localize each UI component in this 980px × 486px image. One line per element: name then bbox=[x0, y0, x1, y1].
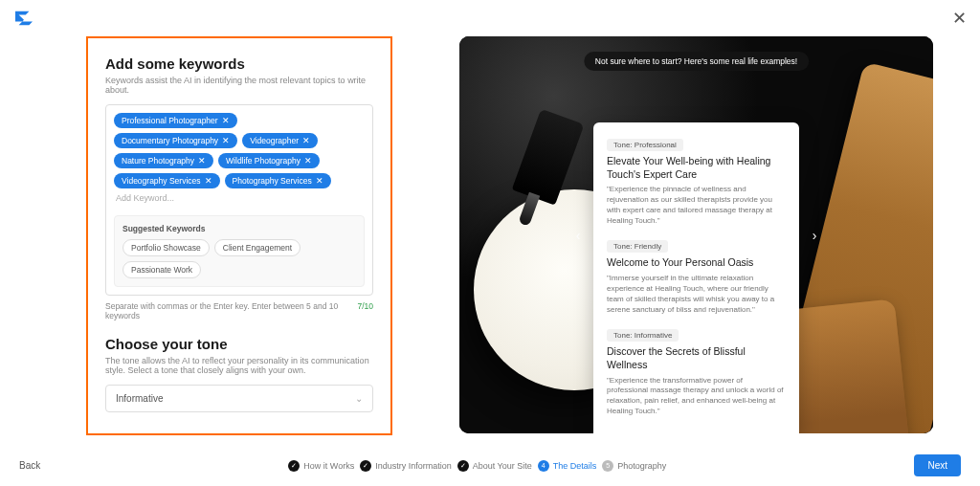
keyword-chip[interactable]: Nature Photography✕ bbox=[114, 153, 213, 168]
carousel-next-button[interactable]: › bbox=[803, 224, 826, 247]
step-industry-information[interactable]: ✓Industry Information bbox=[360, 460, 452, 472]
keywords-subtext: Keywords assist the AI in identifying th… bbox=[105, 76, 373, 95]
tone-value: Informative bbox=[116, 393, 163, 404]
back-button[interactable]: Back bbox=[19, 460, 40, 471]
example-title: Discover the Secrets of Blissful Wellnes… bbox=[607, 345, 786, 371]
tone-heading: Choose your tone bbox=[105, 336, 373, 352]
config-panel: Add some keywords Keywords assist the AI… bbox=[86, 36, 392, 435]
tone-pill: Tone: Informative bbox=[607, 329, 679, 342]
suggested-chip[interactable]: Portfolio Showcase bbox=[122, 239, 210, 256]
example-body: "Experience the transformative power of … bbox=[607, 376, 786, 417]
stepper: ✓How it Works✓Industry Information✓About… bbox=[288, 460, 666, 472]
tone-subtext: The tone allows the AI to reflect your p… bbox=[105, 356, 373, 375]
keyword-chip[interactable]: Videographer✕ bbox=[242, 133, 318, 148]
preview-panel: Not sure where to start? Here's some rea… bbox=[459, 36, 933, 433]
suggested-chip[interactable]: Client Engagement bbox=[214, 239, 301, 256]
remove-icon[interactable]: ✕ bbox=[316, 176, 323, 186]
keyword-chip[interactable]: Wildlife Photography✕ bbox=[218, 153, 320, 168]
keyword-chip[interactable]: Photography Services✕ bbox=[225, 173, 331, 188]
remove-icon[interactable]: ✕ bbox=[222, 116, 230, 125]
keyword-chip[interactable]: Documentary Photography✕ bbox=[114, 133, 237, 148]
suggested-chip[interactable]: Passionate Work bbox=[122, 261, 201, 278]
keyword-input-box: Professional Photographer✕Documentary Ph… bbox=[105, 104, 373, 296]
chevron-down-icon: ⌄ bbox=[355, 393, 363, 404]
step-about-your-site[interactable]: ✓About Your Site bbox=[457, 460, 532, 472]
keyword-count: 7/10 bbox=[357, 301, 373, 320]
suggested-keywords: Suggested Keywords Portfolio ShowcaseCli… bbox=[114, 215, 365, 287]
keyword-chip[interactable]: Professional Photographer✕ bbox=[114, 113, 237, 128]
tone-pill: Tone: Friendly bbox=[607, 240, 668, 253]
carousel-prev-button[interactable]: ‹ bbox=[567, 224, 590, 247]
tone-pill: Tone: Professional bbox=[607, 139, 683, 151]
add-keyword-input[interactable]: Add Keyword... bbox=[114, 188, 365, 208]
remove-icon[interactable]: ✕ bbox=[222, 136, 230, 145]
example-card: Tone: ProfessionalElevate Your Well-bein… bbox=[593, 122, 799, 433]
suggested-title: Suggested Keywords bbox=[122, 224, 356, 233]
step-how-it-works[interactable]: ✓How it Works bbox=[288, 460, 354, 472]
keywords-heading: Add some keywords bbox=[105, 55, 373, 72]
remove-icon[interactable]: ✕ bbox=[198, 156, 206, 166]
brand-logo bbox=[13, 10, 34, 27]
tip-banner: Not sure where to start? Here's some rea… bbox=[584, 52, 809, 71]
example-body: "Experience the pinnacle of wellness and… bbox=[607, 185, 786, 226]
example-title: Elevate Your Well-being with Healing Tou… bbox=[607, 155, 786, 181]
remove-icon[interactable]: ✕ bbox=[205, 176, 212, 186]
step-the-details[interactable]: 4The Details bbox=[538, 460, 597, 472]
remove-icon[interactable]: ✕ bbox=[304, 156, 312, 166]
keyword-chip[interactable]: Videography Services✕ bbox=[114, 173, 220, 188]
example-title: Welcome to Your Personal Oasis bbox=[607, 256, 786, 270]
tone-select[interactable]: Informative ⌄ bbox=[105, 385, 373, 412]
remove-icon[interactable]: ✕ bbox=[302, 136, 310, 145]
example-body: "Immerse yourself in the ultimate relaxa… bbox=[607, 274, 786, 315]
step-photography[interactable]: 5Photography bbox=[602, 460, 666, 472]
next-button[interactable]: Next bbox=[914, 454, 961, 476]
close-icon[interactable]: ✕ bbox=[952, 8, 967, 29]
keyword-hint: Separate with commas or the Enter key. E… bbox=[105, 301, 357, 320]
